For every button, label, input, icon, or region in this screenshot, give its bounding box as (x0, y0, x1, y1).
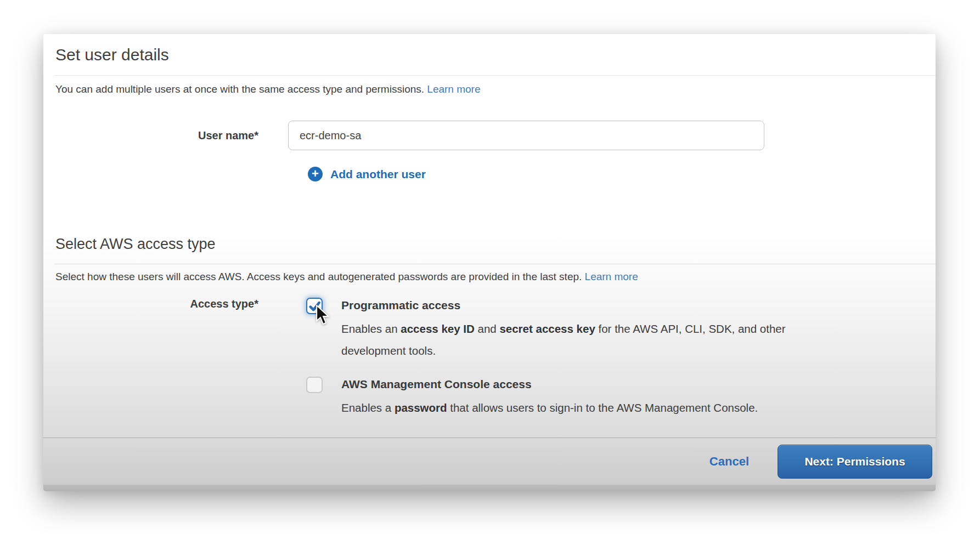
page-title: Set user details (55, 43, 922, 67)
access-type-divider (54, 264, 936, 264)
option-console-access: AWS Management Console access Enables a … (306, 375, 813, 419)
plus-circle-icon: + (308, 167, 323, 181)
access-type-intro-text: Select how these users will access AWS. … (55, 271, 585, 282)
title-divider (54, 75, 936, 76)
console-access-description: Enables a password that allows users to … (341, 397, 758, 419)
programmatic-access-checkbox[interactable] (306, 298, 323, 314)
console-access-label: AWS Management Console access (341, 375, 758, 394)
console-access-checkbox[interactable] (306, 377, 323, 393)
access-type-row: Access type* Programmatic access Enables… (43, 296, 936, 419)
add-another-user-button[interactable]: + Add another user (308, 167, 426, 181)
card-bottom-edge (43, 485, 936, 491)
option-programmatic-access: Programmatic access Enables an access ke… (306, 296, 813, 362)
checkmark-icon (309, 301, 321, 312)
programmatic-access-text: Programmatic access Enables an access ke… (341, 296, 813, 362)
cancel-button[interactable]: Cancel (709, 455, 749, 469)
programmatic-access-description: Enables an access key ID and secret acce… (341, 318, 813, 362)
add-user-wizard-card: Set user details You can add multiple us… (43, 34, 936, 491)
user-details-intro-text: You can add multiple users at once with … (55, 83, 427, 95)
wizard-content: Set user details You can add multiple us… (43, 34, 936, 438)
learn-more-link-user-details[interactable]: Learn more (427, 83, 480, 95)
access-type-options: Programmatic access Enables an access ke… (306, 296, 813, 419)
username-input[interactable] (288, 121, 764, 150)
programmatic-access-label: Programmatic access (341, 296, 813, 315)
access-type-heading: Select AWS access type (55, 234, 922, 254)
add-another-user-label: Add another user (330, 168, 426, 181)
username-label: User name* (43, 129, 288, 142)
username-row: User name* (43, 121, 936, 150)
user-details-intro: You can add multiple users at once with … (55, 82, 922, 96)
access-type-label: Access type* (43, 296, 288, 310)
access-type-intro: Select how these users will access AWS. … (55, 270, 922, 284)
next-permissions-button[interactable]: Next: Permissions (778, 445, 932, 479)
learn-more-link-access-type[interactable]: Learn more (585, 271, 638, 282)
wizard-footer: Cancel Next: Permissions (43, 438, 936, 485)
console-access-text: AWS Management Console access Enables a … (341, 375, 758, 419)
